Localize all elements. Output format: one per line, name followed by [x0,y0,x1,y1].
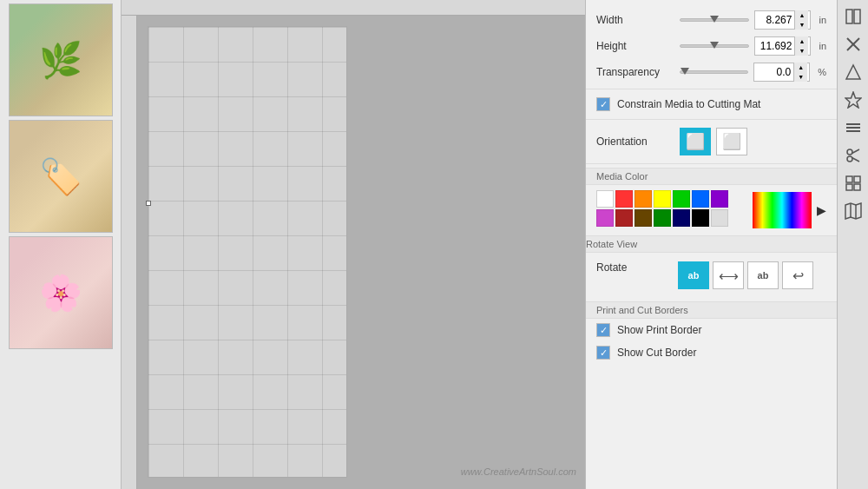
width-row: Width ▲ ▼ in [586,7,837,33]
transparency-slider-container [680,70,748,74]
width-input[interactable] [755,14,794,26]
height-spinner-up[interactable]: ▲ [795,36,808,46]
white-page[interactable] [148,26,347,478]
rotate-btn-rotate[interactable]: ↩ [782,261,813,289]
divider-2 [586,119,837,120]
swatch-green[interactable] [673,190,690,208]
color-arrow[interactable]: ▶ [817,203,826,217]
show-cut-border-checkbox[interactable]: ✓ [596,346,610,360]
show-cut-border-label: Show Cut Border [617,347,696,359]
svg-point-10 [847,156,852,162]
svg-marker-4 [846,65,860,79]
rotate-view-label: Rotate View [585,235,837,253]
color-picker-row: ▶ [596,190,826,230]
constrain-row: ✓ Constrain Media to Cutting Mat [586,93,837,116]
borders-section: Print and Cut Borders ✓ Show Print Borde… [586,298,837,367]
rotate-btn-flip-h[interactable]: ⟷ [713,261,744,289]
rotate-label: Rotate [596,261,674,289]
thumbnail-2[interactable]: 🏷️ [9,120,113,233]
transparency-unit: % [818,67,826,77]
toolbar-icon-panels[interactable] [840,3,866,30]
svg-rect-16 [854,184,860,190]
width-spinner-up[interactable]: ▲ [795,10,808,20]
svg-rect-13 [846,176,852,182]
swatch-brown[interactable] [635,209,652,227]
thumbnail-3[interactable]: 🌸 [9,236,113,349]
toolbar-icon-cut[interactable] [840,31,866,57]
height-spinner: ▲ ▼ [794,36,808,56]
rotate-section: Rotate ab ⟷ ab ↩ [586,253,837,298]
width-spinner-down[interactable]: ▼ [795,20,808,30]
height-input-group: ▲ ▼ [754,36,811,56]
show-print-border-checkbox[interactable]: ✓ [596,323,610,337]
toolbar-icon-map[interactable] [840,198,866,224]
transparency-spinner-down[interactable]: ▼ [794,72,807,82]
color-gradient-inner [753,192,812,228]
handle-dot[interactable] [146,201,151,206]
height-slider[interactable] [680,44,749,48]
color-swatches [596,190,747,227]
swatch-purple[interactable] [711,190,728,208]
height-label: Height [596,40,674,52]
thumbnail-1[interactable]: 🌿 [9,3,113,116]
toolbar-icon-shape[interactable] [840,59,866,85]
toolbar-icon-star[interactable] [840,87,866,113]
swatch-darkgreen[interactable] [654,209,671,227]
media-color-section: ▶ [586,185,837,235]
height-input[interactable] [755,40,794,52]
thumb-decoration-3: 🌸 [10,237,112,348]
orientation-portrait-btn[interactable]: ⬜ [680,128,711,155]
transparency-spinner-up[interactable]: ▲ [794,63,807,72]
swatch-black[interactable] [692,209,709,227]
swatch-blue[interactable] [692,190,709,208]
show-cut-border-row: ✓ Show Cut Border [586,341,837,364]
swatch-white[interactable] [596,190,614,208]
swatch-red[interactable] [615,190,633,208]
transparency-slider-thumb [681,68,689,75]
width-spinner: ▲ ▼ [794,10,808,30]
show-print-border-checkmark: ✓ [600,326,608,335]
canvas-area: www.CreativeArtnSoul.com [122,0,585,489]
svg-rect-6 [846,123,860,125]
rotate-btn-flip-v[interactable]: ab [747,261,779,289]
svg-line-12 [852,158,859,162]
borders-section-label: Print and Cut Borders [586,301,837,319]
svg-rect-0 [846,10,852,23]
media-color-section-label: Media Color [586,168,837,185]
width-slider-container [680,18,749,22]
swatch-orange[interactable] [635,190,652,208]
divider-1 [586,89,837,89]
height-spinner-down[interactable]: ▼ [795,46,808,56]
toolbar-icon-layers[interactable] [840,115,866,141]
portrait-icon: ⬜ [686,132,705,151]
ruler-left [122,16,137,489]
constrain-checkbox[interactable]: ✓ [596,97,610,111]
transparency-slider[interactable] [680,70,748,74]
divider-3 [586,163,837,164]
swatch-pink[interactable] [596,209,614,227]
width-slider[interactable] [680,18,749,22]
width-input-group: ▲ ▼ [754,10,811,30]
orientation-label: Orientation [596,135,674,148]
svg-rect-7 [846,127,860,129]
transparency-input[interactable] [754,66,793,78]
swatch-darkblue[interactable] [673,209,690,227]
rotate-btn-ab[interactable]: ab [678,261,709,289]
swatch-yellow[interactable] [654,190,671,208]
show-cut-border-checkmark: ✓ [600,348,608,358]
swatch-darkred[interactable] [615,209,633,227]
constrain-checkmark: ✓ [600,100,608,109]
toolbar-icon-grid[interactable] [840,170,866,196]
toolbar-icon-scissors[interactable] [840,142,866,169]
transparency-spinner: ▲ ▼ [793,63,807,82]
color-gradient-picker[interactable] [753,192,812,228]
properties-panel: Width ▲ ▼ in Height ▲ ▼ [585,0,837,489]
transparency-input-group: ▲ ▼ [753,63,810,82]
orientation-landscape-btn[interactable]: ⬜ [716,128,747,155]
thumb-decoration-1: 🌿 [10,4,112,116]
height-slider-container [680,44,749,48]
constrain-label: Constrain Media to Cutting Mat [617,98,760,110]
landscape-icon: ⬜ [722,132,741,151]
show-print-border-row: ✓ Show Print Border [586,319,837,341]
swatch-gray[interactable] [711,209,728,227]
